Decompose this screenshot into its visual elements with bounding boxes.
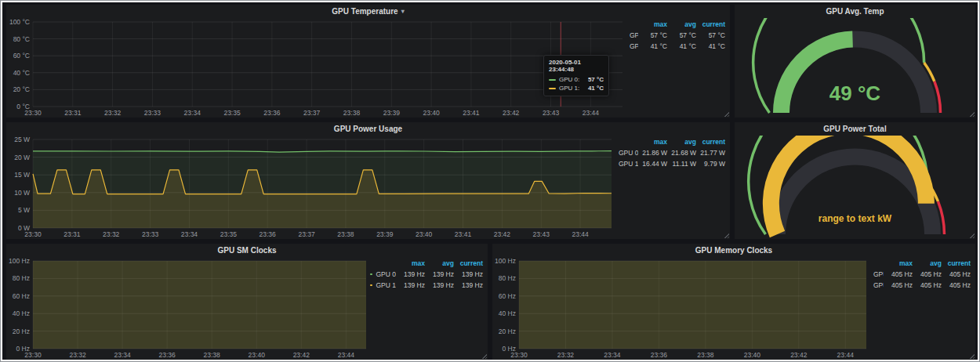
gauge-gpu-power-total: range to text kW [735, 136, 975, 239]
legend-header-max[interactable]: max [638, 20, 667, 28]
legend-header-current[interactable]: current [696, 138, 725, 146]
svg-text:80 Hz: 80 Hz [13, 274, 30, 282]
svg-text:23:34: 23:34 [114, 351, 131, 359]
legend-header-avg[interactable]: avg [667, 20, 696, 28]
panel-resize-handle[interactable] [969, 353, 975, 359]
gpu-sm-clocks-chart[interactable]: 23:3023:3223:3423:3623:3823:4023:4223:44… [6, 257, 370, 360]
legend-series-gpu1[interactable]: GPU 1 [870, 281, 884, 289]
legend-series-gpu0[interactable]: GPU 0 [370, 270, 396, 278]
legend-value-avg: 21.68 W [667, 149, 696, 157]
svg-text:23:39: 23:39 [376, 230, 394, 238]
svg-text:10 W: 10 W [14, 189, 30, 197]
panel-resize-handle[interactable] [969, 233, 975, 238]
panel-gpu-sm-clocks: GPU SM Clocks 23:3023:3223:3423:3623:382… [6, 244, 488, 360]
svg-text:23:33: 23:33 [144, 109, 162, 117]
gpu-memory-clocks-plot: 23:3023:3223:3423:3623:3823:4023:4223:44… [492, 257, 870, 360]
svg-text:23:34: 23:34 [604, 351, 621, 359]
legend-value-current: 405 Hz [942, 281, 971, 289]
panel-resize-handle[interactable] [481, 353, 487, 359]
panel-title-text: GPU SM Clocks [217, 246, 276, 255]
legend-header-current[interactable]: current [942, 259, 971, 267]
svg-text:range to text kW: range to text kW [818, 213, 892, 224]
svg-text:23:35: 23:35 [223, 109, 241, 117]
panel-gpu-power-usage: GPU Power Usage 23:3023:3123:3223:3323:3… [6, 122, 730, 239]
panel-gpu-avg-temp: GPU Avg. Temp 49 °C [735, 5, 975, 118]
legend-value-current: 21.77 W [696, 149, 725, 157]
series-color-dash [370, 284, 372, 286]
svg-text:60 °C: 60 °C [13, 52, 30, 60]
legend-series-gpu0[interactable]: GPU 0 [870, 270, 884, 278]
legend-header-avg[interactable]: avg [667, 138, 696, 146]
series-color-dash [370, 273, 372, 275]
gpu-memory-clocks-chart[interactable]: 23:3023:3223:3423:3623:3823:4023:4223:44… [492, 257, 870, 360]
legend-series-gpu0[interactable]: GPU 0 [626, 31, 638, 39]
gpu-temperature-plot: 23:3023:3123:3223:3323:3423:3523:3623:37… [6, 18, 626, 118]
legend-gpu-memory-clocks: max avg current GPU 0 405 Hz 405 Hz 405 … [870, 257, 975, 360]
legend-row-gpu0: GPU 0 405 Hz 405 Hz 405 Hz [870, 269, 971, 280]
svg-text:15 W: 15 W [14, 171, 30, 179]
legend-series-gpu1[interactable]: GPU 1 [626, 42, 638, 50]
panel-resize-handle[interactable] [724, 111, 729, 117]
legend-row-gpu1: GPU 1 139 Hz 139 Hz 139 Hz [370, 280, 483, 291]
legend-value-avg: 41 °C [667, 42, 696, 50]
svg-text:40 °C: 40 °C [13, 69, 30, 77]
svg-text:23:31: 23:31 [64, 109, 82, 117]
svg-text:23:42: 23:42 [790, 351, 808, 359]
svg-text:23:44: 23:44 [837, 351, 855, 359]
svg-text:23:38: 23:38 [343, 109, 361, 117]
svg-text:0 W: 0 W [18, 224, 30, 232]
legend-series-gpu1[interactable]: GPU 1 [615, 160, 638, 168]
svg-text:23:36: 23:36 [159, 351, 176, 359]
legend-value-current: 41 °C [696, 42, 725, 50]
panel-header-gpu-power-usage[interactable]: GPU Power Usage [6, 122, 730, 136]
gpu-power-usage-chart[interactable]: 23:3023:3123:3223:3323:3423:3523:3623:37… [6, 136, 615, 239]
svg-text:20 Hz: 20 Hz [499, 328, 516, 335]
panel-resize-handle[interactable] [969, 111, 975, 117]
legend-header-current[interactable]: current [454, 259, 483, 267]
legend-row-gpu1: GPU 1 16.44 W 11.11 W 9.79 W [615, 158, 725, 169]
svg-text:23:36: 23:36 [263, 109, 281, 117]
legend-header-avg[interactable]: avg [425, 259, 454, 267]
gpu-sm-clocks-plot: 23:3023:3223:3423:3623:3823:4023:4223:44… [6, 257, 370, 360]
panel-header-gpu-avg-temp[interactable]: GPU Avg. Temp [735, 5, 975, 18]
legend-header-max[interactable]: max [638, 138, 667, 146]
legend-header-avg[interactable]: avg [913, 259, 942, 267]
gpu-temperature-chart[interactable]: 23:3023:3123:3223:3323:3423:3523:3623:37… [6, 18, 626, 118]
legend-header-max[interactable]: max [396, 259, 425, 267]
panel-header-gpu-power-total[interactable]: GPU Power Total [735, 122, 975, 136]
svg-text:49 °C: 49 °C [829, 81, 881, 105]
panel-title-text: GPU Avg. Temp [826, 7, 884, 16]
svg-text:80 Hz: 80 Hz [499, 274, 516, 282]
svg-text:0 °C: 0 °C [16, 103, 30, 110]
svg-text:23:31: 23:31 [64, 230, 81, 238]
legend-header-max[interactable]: max [884, 259, 913, 267]
panel-header-gpu-sm-clocks[interactable]: GPU SM Clocks [6, 244, 488, 257]
legend-value-avg: 11.11 W [667, 160, 696, 168]
svg-text:23:32: 23:32 [69, 351, 86, 359]
legend-value-max: 16.44 W [638, 160, 667, 168]
panel-header-gpu-memory-clocks[interactable]: GPU Memory Clocks [492, 244, 975, 257]
svg-text:23:40: 23:40 [744, 351, 761, 359]
legend-row-gpu0: GPU 0 21.86 W 21.68 W 21.77 W [615, 147, 725, 158]
svg-text:23:44: 23:44 [583, 109, 600, 117]
legend-value-max: 139 Hz [396, 270, 425, 278]
svg-text:23:32: 23:32 [104, 109, 122, 117]
svg-text:23:41: 23:41 [463, 109, 480, 117]
svg-text:23:38: 23:38 [204, 351, 221, 359]
panel-resize-handle[interactable] [724, 233, 729, 238]
legend-value-avg: 139 Hz [425, 270, 454, 278]
legend-value-max: 139 Hz [396, 281, 425, 289]
legend-value-max: 405 Hz [884, 270, 913, 278]
svg-text:40 Hz: 40 Hz [13, 310, 30, 317]
svg-text:23:44: 23:44 [338, 351, 355, 359]
svg-text:60 Hz: 60 Hz [499, 292, 516, 300]
svg-text:80 °C: 80 °C [13, 35, 30, 43]
svg-text:23:38: 23:38 [337, 230, 354, 238]
legend-series-gpu0[interactable]: GPU 0 [615, 149, 638, 157]
legend-gpu-power-usage: max avg current GPU 0 21.86 W 21.68 W 21… [615, 136, 730, 239]
legend-header-current[interactable]: current [696, 20, 725, 28]
legend-series-gpu1[interactable]: GPU 1 [370, 281, 396, 289]
svg-text:60 Hz: 60 Hz [13, 292, 30, 300]
svg-text:23:42: 23:42 [494, 230, 511, 238]
panel-header-gpu-temperature[interactable]: GPU Temperature ▾ [6, 5, 730, 18]
